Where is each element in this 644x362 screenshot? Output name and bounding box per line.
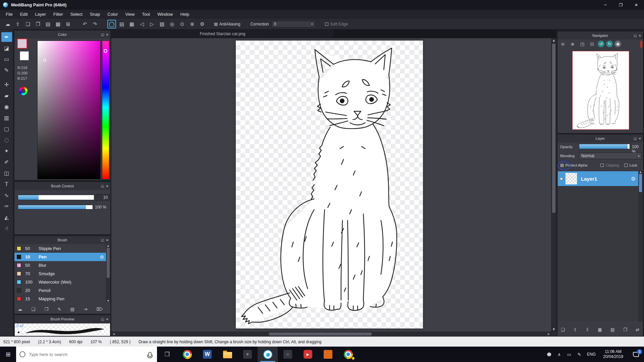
foreground-color-swatch[interactable] (17, 39, 27, 49)
sv-selector[interactable] (43, 58, 47, 62)
comment-icon[interactable]: ❏ (23, 20, 32, 28)
brush-opacity-slider[interactable] (18, 205, 93, 209)
people-icon[interactable]: ☻ (544, 347, 554, 362)
brush-shape-grid-icon[interactable]: ▦ (127, 20, 136, 28)
layer-row-layer1[interactable]: Layer1 ⚙ (558, 171, 638, 186)
tool-eyedropper[interactable]: ✑ (1, 201, 12, 211)
canvas-horizontal-scrollbar[interactable]: ◀ ▶ (111, 331, 551, 337)
delete-brush-icon[interactable]: ⌦ (97, 307, 103, 312)
new-brush-icon[interactable]: ❏ (31, 307, 35, 312)
tool-gradient[interactable]: ▥ (1, 113, 12, 123)
tool-magic-wand[interactable]: ✦ (1, 146, 12, 156)
task-view-button[interactable]: ❐ (157, 347, 177, 362)
canvas-vertical-scrollbar[interactable]: ▲ ▼ (551, 38, 556, 331)
scroll-down-icon[interactable]: ▼ (107, 300, 109, 302)
brush-item-stipple-pen[interactable]: 50 Stipple Pen (14, 244, 106, 253)
hue-selector[interactable] (104, 49, 107, 53)
scroll-up-icon[interactable]: ▲ (107, 244, 109, 247)
tool-eraser[interactable]: ◪ (1, 43, 12, 53)
popout-icon[interactable]: ◱ (101, 317, 104, 321)
grid-icon[interactable]: ▦ (54, 20, 62, 28)
clipping-checkbox[interactable]: ☐ (600, 163, 604, 168)
menu-filter[interactable]: Filter (50, 10, 67, 19)
menu-select[interactable]: Select (67, 10, 86, 19)
saturation-value-picker[interactable] (37, 41, 101, 179)
brush-item-mapping-pen[interactable]: 15 Mapping Pen (14, 295, 106, 302)
taskbar-search[interactable] (16, 347, 157, 362)
hue-slider[interactable] (102, 41, 109, 179)
panel-close-icon[interactable]: ✕ (106, 317, 109, 321)
taskbar-app-dark1[interactable]: ✴ (237, 347, 258, 362)
brush-shape-tri-right-icon[interactable]: ▷ (148, 20, 156, 28)
brush-item-watercolor[interactable]: 100 Watercolor (Wet) (14, 278, 106, 286)
battery-icon[interactable]: ▭ (564, 347, 574, 362)
brush-edit-gear-icon[interactable]: ⚙ (100, 254, 104, 260)
menu-file[interactable]: File (2, 10, 16, 19)
minimize-button[interactable]: ─ (598, 0, 613, 10)
duplicate-layer-icon[interactable]: ❐ (623, 327, 627, 332)
menu-window[interactable]: Window (154, 10, 176, 19)
horizontal-scroll-thumb[interactable] (269, 333, 372, 336)
tool-curve[interactable]: ∿ (1, 190, 12, 200)
new-layer-icon[interactable]: ❏ (561, 327, 565, 332)
tool-select-pen[interactable]: ✐ (1, 157, 12, 167)
fit-view-icon[interactable]: ◳ (578, 40, 586, 48)
popout-icon[interactable]: ◱ (101, 184, 104, 188)
scroll-down-icon[interactable]: ▼ (553, 328, 555, 331)
zoom-in-icon[interactable]: ⊕ (569, 40, 577, 48)
restore-button[interactable]: ❐ (613, 0, 629, 10)
lock-checkbox[interactable]: ☐ (624, 163, 628, 168)
popout-icon[interactable]: ◱ (101, 238, 104, 242)
tool-brush[interactable]: ✒ (1, 32, 12, 42)
hidden-icons-chevron[interactable]: ∧ (554, 347, 564, 362)
grid-settings-icon[interactable]: ⊞ (64, 20, 72, 28)
tool-select-eraser[interactable]: ◫ (1, 168, 12, 178)
menu-view[interactable]: View (121, 10, 138, 19)
transfer-layer-icon[interactable]: ⇄ (636, 327, 639, 332)
pen-settings-icon[interactable]: ✎ (574, 347, 584, 362)
panel-close-icon[interactable]: ✕ (639, 34, 641, 38)
canvas[interactable] (236, 41, 423, 328)
brush-shape-dot-icon[interactable]: ⊙ (178, 20, 186, 28)
microphone-icon[interactable] (148, 352, 152, 357)
start-button[interactable]: ⊞ (0, 347, 16, 362)
brush-item-blur[interactable]: 50 Blur (14, 261, 106, 269)
blending-dropdown[interactable]: Normal ▾ (579, 153, 642, 159)
tool-bucket[interactable]: ◉ (1, 102, 12, 112)
tool-rectangle[interactable]: ▭ (1, 54, 12, 64)
redo-icon[interactable]: ↷ (91, 20, 99, 28)
brush-item-pen-selected[interactable]: 10 Pen ⚙ (14, 253, 106, 261)
popout-icon[interactable]: ◱ (634, 34, 637, 38)
scroll-right-icon[interactable]: ▶ (546, 331, 551, 337)
actual-size-icon[interactable]: ⊡ (588, 40, 596, 48)
brush-size-value[interactable]: 10 (96, 194, 110, 201)
chat-icon[interactable]: ❐ (34, 20, 42, 28)
panel-close-icon[interactable]: ✕ (106, 33, 109, 37)
reset-rotation-icon[interactable]: ◉ (614, 41, 621, 47)
brush-size-slider[interactable] (18, 195, 94, 200)
action-center-button[interactable]: 3 (628, 347, 644, 362)
taskbar-clock[interactable]: 11:06 AM 20/04/2019 (598, 349, 628, 359)
panel-close-icon[interactable]: ✕ (106, 184, 109, 188)
edit-brush-icon[interactable]: ✎ (57, 307, 61, 312)
brush-settings-gear-icon[interactable]: ⚙ (198, 20, 207, 28)
navigator-thumbnail[interactable] (572, 51, 629, 130)
tool-text[interactable]: T (1, 179, 12, 189)
rotate-ccw-icon[interactable]: ↺ (598, 41, 604, 47)
scroll-up-icon[interactable]: ▲ (553, 39, 555, 42)
brush-shape-tri-left-icon[interactable]: ◁ (138, 20, 146, 28)
layer-visibility-icon[interactable] (560, 177, 563, 180)
tool-pen[interactable]: ✎ (1, 65, 12, 75)
antialiasing-checkbox[interactable]: ⊠ (214, 21, 218, 27)
cloud-save-icon[interactable]: ☁ (3, 20, 12, 28)
add-cloud-brush-icon[interactable]: ☁ (18, 307, 22, 312)
popout-icon[interactable]: ◱ (101, 33, 104, 37)
search-input[interactable] (29, 352, 148, 357)
menu-snap[interactable]: Snap (86, 10, 104, 19)
tool-shape-fill[interactable]: ▰ (1, 91, 12, 101)
taskbar-video-app[interactable]: ▶ (298, 347, 318, 362)
menu-color[interactable]: Color (104, 10, 121, 19)
panel-close-icon[interactable]: ✕ (106, 238, 109, 242)
brush-shape-lines-icon[interactable]: ▤ (117, 20, 126, 28)
tool-divide[interactable]: ◭ (1, 213, 12, 222)
